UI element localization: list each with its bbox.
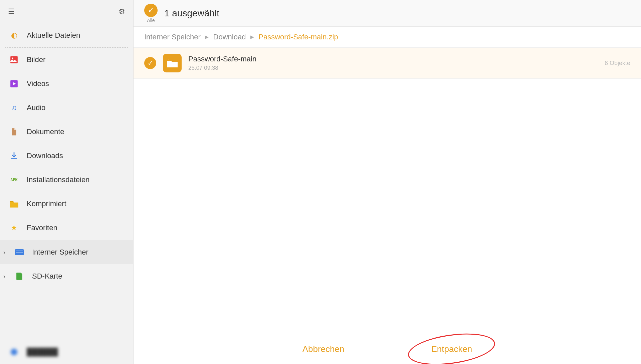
sidebar-item-hidden: ██████: [0, 340, 133, 364]
sidebar: ☰ ⚙ ◐ Aktuelle Dateien Bilder Videos ♫ A…: [0, 0, 134, 364]
breadcrumb-arrow-2: ►: [249, 34, 255, 41]
sidebar-item-label: Favoriten: [27, 224, 57, 232]
sidebar-item-label: Installationsdateien: [27, 175, 89, 184]
check-all-circle[interactable]: ✓: [144, 4, 158, 17]
sdcard-icon: [13, 270, 25, 282]
music-icon: ♫: [8, 102, 20, 114]
file-objects-count: 6 Objekte: [605, 60, 630, 67]
sidebar-item-bilder[interactable]: Bilder: [0, 48, 133, 72]
file-check-icon[interactable]: ✓: [144, 57, 156, 69]
sidebar-item-audio[interactable]: ♫ Audio: [0, 96, 133, 120]
sidebar-item-label: Videos: [27, 79, 49, 88]
svg-rect-8: [16, 252, 23, 253]
sidebar-item-dokumente[interactable]: Dokumente: [0, 120, 133, 144]
image-icon: [8, 54, 20, 66]
apk-icon: APK: [8, 174, 20, 186]
sidebar-item-interner-speicher[interactable]: › Interner Speicher: [0, 240, 133, 264]
storage-icon: [13, 246, 25, 258]
extract-button[interactable]: Entpacken: [421, 341, 482, 358]
file-date: 25.07 09:38: [188, 65, 605, 71]
folder-icon: [8, 198, 20, 210]
sidebar-item-label: Audio: [27, 103, 45, 112]
breadcrumb: Interner Speicher ► Download ► Password-…: [134, 27, 641, 48]
sidebar-item-label: Downloads: [27, 151, 63, 160]
svg-point-10: [11, 349, 17, 355]
sidebar-item-label: SD-Karte: [32, 272, 62, 281]
check-all-label: Alle: [147, 18, 155, 23]
sidebar-item-favoriten[interactable]: ★ Favoriten: [0, 216, 133, 240]
chevron-right-icon: ›: [3, 249, 5, 256]
table-row[interactable]: ✓ Password-Safe-main 25.07 09:38 6 Objek…: [134, 48, 641, 79]
sidebar-item-videos[interactable]: Videos: [0, 72, 133, 96]
topbar: ✓ Alle 1 ausgewählt: [134, 0, 641, 27]
sidebar-item-label: Komprimiert: [27, 200, 66, 208]
video-icon: [8, 78, 20, 90]
svg-rect-7: [16, 251, 23, 251]
sidebar-item-label: Interner Speicher: [32, 248, 88, 257]
breadcrumb-interner-speicher[interactable]: Interner Speicher: [144, 33, 201, 41]
svg-point-1: [12, 58, 13, 59]
sidebar-item-installationsdateien[interactable]: APK Installationsdateien: [0, 168, 133, 192]
hamburger-icon[interactable]: ☰: [8, 7, 15, 16]
gear-icon[interactable]: ⚙: [119, 7, 125, 16]
sidebar-item-sd-karte[interactable]: › SD-Karte: [0, 264, 133, 288]
download-icon: [8, 150, 20, 162]
file-name: Password-Safe-main: [188, 55, 605, 63]
unknown-icon: [8, 346, 20, 358]
chevron-right-icon: ›: [3, 273, 5, 280]
sidebar-item-label: Aktuelle Dateien: [27, 31, 80, 40]
file-list: ✓ Password-Safe-main 25.07 09:38 6 Objek…: [134, 48, 641, 334]
cancel-button[interactable]: Abbrechen: [292, 341, 355, 358]
breadcrumb-arrow-1: ►: [204, 34, 210, 41]
breadcrumb-current[interactable]: Password-Safe-main.zip: [258, 33, 338, 41]
sidebar-item-label: Bilder: [27, 55, 45, 64]
sidebar-item-label: Dokumente: [27, 127, 64, 136]
sidebar-item-label: ██████: [27, 348, 58, 356]
main-content: ✓ Alle 1 ausgewählt Interner Speicher ► …: [134, 0, 641, 364]
document-icon: [8, 126, 20, 138]
sidebar-header: ☰ ⚙: [0, 0, 133, 23]
selection-count: 1 ausgewählt: [164, 8, 219, 19]
sidebar-item-downloads[interactable]: Downloads: [0, 144, 133, 168]
bottom-bar: Abbrechen Entpacken: [134, 334, 641, 364]
clock-icon: ◐: [8, 29, 20, 41]
file-folder-icon: [163, 54, 182, 72]
check-all-container[interactable]: ✓ Alle: [144, 4, 158, 23]
svg-rect-0: [10, 56, 18, 63]
breadcrumb-download[interactable]: Download: [213, 33, 246, 41]
file-info: Password-Safe-main 25.07 09:38: [188, 55, 605, 71]
sidebar-item-aktuelle-dateien[interactable]: ◐ Aktuelle Dateien: [0, 23, 133, 47]
star-icon: ★: [8, 222, 20, 234]
sidebar-item-komprimiert[interactable]: Komprimiert: [0, 192, 133, 216]
